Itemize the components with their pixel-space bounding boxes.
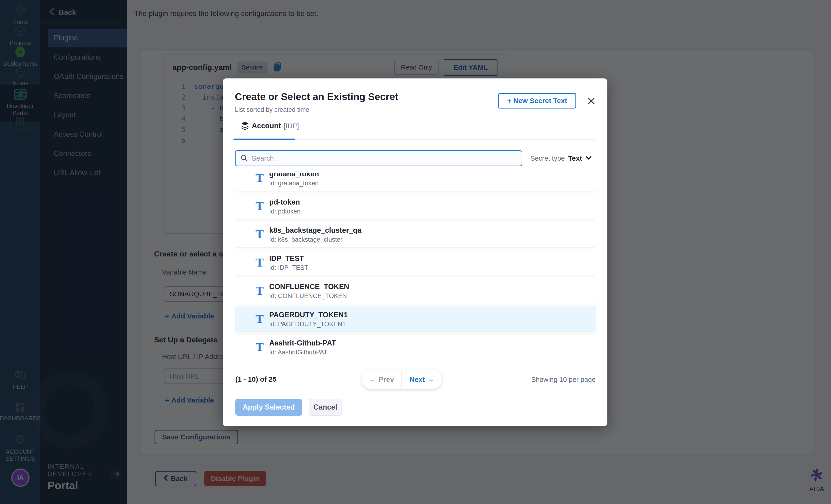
text-secret-type-icon: T bbox=[256, 258, 266, 268]
apply-selected-button[interactable]: Apply Selected bbox=[235, 399, 302, 416]
secret-name: Aashrit-Github-PAT bbox=[269, 339, 336, 347]
pagination-range: (1 - 10) of 25 bbox=[235, 375, 277, 383]
secret-row-idp-test[interactable]: T IDP_TESTId: IDP_TEST bbox=[235, 250, 596, 275]
secret-id: Id: AashritGithubPAT bbox=[269, 349, 336, 356]
per-page-indicator: Showing 10 per page bbox=[531, 376, 596, 384]
text-secret-type-icon: T bbox=[256, 286, 266, 296]
cancel-button[interactable]: Cancel bbox=[309, 399, 342, 416]
chevron-down-icon bbox=[585, 156, 592, 161]
tab-account-idp[interactable]: Account [IDP] bbox=[241, 121, 299, 130]
prev-page-button[interactable]: ← Prev bbox=[362, 370, 402, 389]
secret-name: pd-token bbox=[269, 198, 300, 206]
active-tab-indicator bbox=[233, 139, 295, 140]
secret-name: PAGERDUTY_TOKEN1 bbox=[269, 311, 348, 319]
modal-title: Create or Select an Existing Secret bbox=[235, 91, 398, 102]
secret-row-pd-token[interactable]: T pd-tokenId: pdtoken bbox=[235, 194, 596, 219]
text-secret-type-icon: T bbox=[256, 342, 266, 353]
secret-type-value: Text bbox=[568, 154, 582, 162]
prev-label: Prev bbox=[379, 376, 394, 384]
secret-name: k8s_backstage_cluster_qa bbox=[269, 226, 362, 235]
tab-scope-suffix: [IDP] bbox=[284, 122, 299, 130]
secret-id: Id: pdtoken bbox=[269, 208, 300, 215]
secret-row-confluence-token[interactable]: T CONFLUENCE_TOKENId: CONFLUENCE_TOKEN bbox=[235, 278, 596, 304]
secret-id: Id: IDP_TEST bbox=[269, 264, 308, 271]
arrow-right-icon: → bbox=[427, 376, 434, 384]
text-secret-type-icon: T bbox=[256, 229, 266, 240]
secret-row-aashrit-github-pat[interactable]: T Aashrit-Github-PATId: AashritGithubPAT bbox=[235, 335, 596, 360]
arrow-left-icon: ← bbox=[369, 376, 376, 384]
secret-name: IDP_TEST bbox=[269, 254, 308, 263]
pagination-pills: ← Prev Next → bbox=[362, 370, 442, 389]
modal-footer-divider bbox=[235, 393, 596, 393]
search-input[interactable] bbox=[252, 154, 517, 162]
close-icon[interactable] bbox=[585, 95, 597, 107]
secret-type-dropdown[interactable]: Secret type Text bbox=[531, 150, 592, 166]
secret-row-pagerduty-token1[interactable]: T PAGERDUTY_TOKEN1Id: PAGERDUTY_TOKEN1 bbox=[235, 306, 596, 332]
text-secret-type-icon: T bbox=[256, 173, 266, 184]
secret-id: Id: grafana_token bbox=[269, 180, 319, 187]
secret-name: grafana_token bbox=[269, 173, 319, 178]
next-page-button[interactable]: Next → bbox=[402, 370, 442, 389]
secret-list: T grafana_tokenId: grafana_token T pd-to… bbox=[235, 173, 596, 360]
search-icon bbox=[240, 154, 248, 162]
text-secret-type-icon: T bbox=[256, 314, 266, 325]
search-field[interactable] bbox=[235, 150, 522, 166]
select-secret-modal: Create or Select an Existing Secret List… bbox=[223, 79, 607, 426]
secret-id: Id: k8s_backstage_cluster bbox=[269, 236, 362, 243]
layers-icon bbox=[241, 121, 249, 130]
secret-id: Id: PAGERDUTY_TOKEN1 bbox=[269, 321, 348, 328]
secret-name: CONFLUENCE_TOKEN bbox=[269, 283, 349, 291]
tab-label: Account bbox=[252, 122, 281, 130]
secret-row-k8s-backstage-cluster-qa[interactable]: T k8s_backstage_cluster_qaId: k8s_backst… bbox=[235, 222, 596, 247]
secret-type-label: Secret type bbox=[531, 154, 565, 162]
modal-subtitle: List sorted by created time bbox=[235, 106, 309, 113]
text-secret-type-icon: T bbox=[256, 201, 266, 212]
secret-row-grafana-token[interactable]: T grafana_tokenId: grafana_token bbox=[235, 173, 596, 191]
next-label: Next bbox=[409, 376, 425, 384]
new-secret-text-button[interactable]: + New Secret Text bbox=[498, 93, 576, 109]
pagination-row: (1 - 10) of 25 ← Prev Next → Showing 10 … bbox=[235, 370, 596, 389]
secret-id: Id: CONFLUENCE_TOKEN bbox=[269, 292, 349, 300]
